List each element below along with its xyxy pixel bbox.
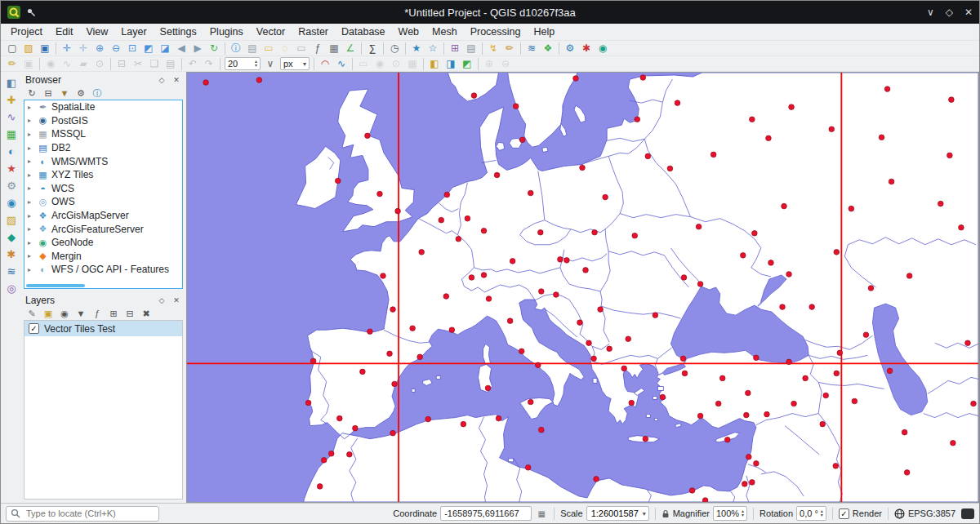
extents-toggle-icon[interactable]: ▦ [535, 508, 548, 519]
scale-combo-arrow-icon[interactable]: ▾ [643, 510, 646, 517]
layers-close-button[interactable]: ✕ [172, 296, 181, 304]
layer-styling-icon[interactable]: ◩ [459, 57, 475, 71]
refresh-map-icon[interactable]: ↻ [206, 42, 222, 56]
crs-globe-icon[interactable] [894, 508, 905, 519]
help-contents-icon[interactable]: ◉ [595, 42, 611, 56]
statistical-summary-icon[interactable]: ∑ [364, 42, 381, 56]
digitizing-value-spinner[interactable]: 20▴▾ [225, 57, 261, 70]
expand-arrow-icon[interactable]: ▸ [28, 131, 34, 138]
menu-layer[interactable]: Layer [114, 24, 153, 39]
expand-arrow-icon[interactable]: ▸ [28, 212, 34, 220]
enable-snapping-icon[interactable]: ◠ [317, 57, 333, 71]
filter-by-expression-icon[interactable]: ƒ [91, 308, 104, 319]
processing-history-icon[interactable]: ✱ [578, 42, 595, 56]
rotation-spinner[interactable]: 0,0 ° ▴▾ [796, 506, 826, 521]
run-feature-action-icon[interactable]: ▤ [244, 42, 261, 56]
browser-collapse-all-icon[interactable]: ⊟ [42, 87, 55, 99]
menu-edit[interactable]: Edit [49, 24, 80, 39]
filter-legend-icon[interactable]: ▼ [74, 308, 87, 319]
layers-float-button[interactable]: ◇ [157, 296, 167, 304]
pan-to-selection-icon[interactable]: ✛ [75, 42, 91, 56]
map-canvas[interactable] [186, 72, 979, 503]
copy-features-icon[interactable]: ❏ [146, 57, 163, 71]
scale-input[interactable] [590, 508, 640, 519]
python-console-icon[interactable]: ≋ [523, 42, 540, 56]
redo-icon[interactable]: ↷ [201, 57, 217, 71]
add-wfs-layer-icon[interactable]: ✱ [4, 246, 19, 261]
open-project-icon[interactable]: ▨ [20, 42, 37, 56]
expand-arrow-icon[interactable]: ▸ [28, 239, 34, 246]
processing-toolbox-icon[interactable]: ⚙ [562, 42, 578, 56]
add-arcgis-layer-icon[interactable]: ≋ [4, 264, 19, 278]
browser-item-xyz-tiles[interactable]: ▸▦XYZ Tiles [24, 168, 182, 182]
offset-curve-icon[interactable]: ⊖ [497, 57, 514, 71]
expand-arrow-icon[interactable]: ▸ [28, 104, 34, 111]
browser-help-icon[interactable]: ⓘ [91, 87, 104, 99]
browser-item-wcs[interactable]: ▸◓WCS [24, 182, 182, 196]
delete-selected-icon[interactable]: ⊟ [114, 57, 130, 71]
browser-item-arcgismapserver[interactable]: ▸❖ArcGisMapServer [24, 209, 182, 223]
close-button[interactable]: ✕ [964, 7, 973, 17]
temporal-controller-icon[interactable]: ◷ [386, 42, 403, 56]
browser-item-wms-wmts[interactable]: ▸◐WMS/WMTS [24, 154, 182, 168]
save-edits-icon[interactable]: ▣ [20, 57, 37, 71]
browser-hscrollbar[interactable] [26, 284, 85, 287]
menu-project[interactable]: Project [4, 24, 49, 39]
measure-line-icon[interactable]: ∠ [342, 42, 359, 56]
browser-item-geonode[interactable]: ▸◉GeoNode [24, 236, 182, 250]
zoom-in-icon[interactable]: ⊕ [91, 42, 108, 56]
expand-arrow-icon[interactable]: ▸ [28, 171, 34, 179]
select-by-expression-icon[interactable]: ƒ [310, 42, 326, 56]
menu-raster[interactable]: Raster [292, 24, 335, 39]
add-spatialite-layer-icon[interactable]: ▨ [4, 212, 19, 227]
add-delimited-text-icon[interactable]: ⚙ [4, 178, 19, 193]
new-project-icon[interactable]: ▢ [4, 42, 20, 56]
add-virtual-layer-icon[interactable]: ◆ [4, 229, 19, 244]
collapse-all-icon[interactable]: ⊟ [123, 308, 136, 319]
select-freehand-icon[interactable]: ◌ [277, 42, 293, 56]
browser-item-spatialite[interactable]: ▸✒SpatiaLite [24, 100, 182, 114]
spin-down-icon[interactable]: ▾ [821, 513, 823, 517]
manage-plugins-icon[interactable]: ❖ [540, 42, 556, 56]
expand-all-icon[interactable]: ⊞ [107, 308, 120, 319]
menu-database[interactable]: Database [335, 24, 392, 39]
menu-mesh[interactable]: Mesh [425, 24, 464, 39]
rotate-feature-icon[interactable]: ▦ [404, 57, 421, 71]
expand-arrow-icon[interactable]: ▸ [28, 144, 34, 152]
menu-web[interactable]: Web [392, 24, 425, 39]
spinner-arrows-icon[interactable]: ▴▾ [255, 60, 257, 68]
spin-down-icon[interactable]: ▾ [742, 513, 744, 517]
messages-icon[interactable] [961, 508, 974, 519]
expand-arrow-icon[interactable]: ▸ [28, 184, 34, 192]
add-line-feature-icon[interactable]: ∿ [59, 57, 75, 71]
add-group-icon[interactable]: ▣ [42, 308, 55, 319]
coordinate-input[interactable] [440, 506, 532, 521]
locate-input[interactable] [24, 508, 154, 519]
zoom-next-icon[interactable]: ▶ [189, 42, 206, 56]
minimize-button[interactable]: ∨ [927, 7, 934, 17]
layer-labeling-icon[interactable]: ◧ [426, 57, 443, 71]
menu-vector[interactable]: Vector [250, 24, 292, 39]
manage-map-themes-icon[interactable]: ◉ [58, 308, 71, 319]
add-vector-tile-layer-icon[interactable]: ◎ [4, 281, 19, 295]
add-polygon-feature-icon[interactable]: ▰ [75, 57, 91, 71]
browser-item-wfs-ogc-api-features[interactable]: ▸◐WFS / OGC API - Features [24, 263, 182, 277]
undo-icon[interactable]: ↶ [185, 57, 201, 71]
paste-features-icon[interactable]: ▤ [163, 57, 179, 71]
locate-box[interactable] [6, 506, 159, 522]
browser-item-mssql[interactable]: ▸▦MSSQL [24, 127, 182, 141]
layer-visibility-checkbox[interactable]: ✓ [29, 323, 39, 334]
select-rectangle-icon[interactable]: ▭ [261, 42, 277, 56]
menu-view[interactable]: View [79, 24, 114, 39]
menu-plugins[interactable]: Plugins [203, 24, 250, 39]
titlebar[interactable]: *Untitled Project - QGIS d10267f3aa ∨ ◇ … [1, 1, 979, 24]
expand-arrow-icon[interactable]: ▸ [28, 158, 34, 165]
expand-arrow-icon[interactable]: ▸ [28, 266, 34, 273]
browser-properties-icon[interactable]: ⚙ [74, 87, 87, 99]
merge-features-icon[interactable]: ⊙ [388, 57, 404, 71]
simplify-feature-icon[interactable]: ⊕ [481, 57, 497, 71]
map-tips-icon[interactable]: ↯ [485, 42, 501, 56]
add-vector-layer-icon[interactable]: ✚ [4, 92, 19, 107]
scale-combo[interactable]: ▾ [586, 506, 649, 521]
zoom-last-icon[interactable]: ◀ [173, 42, 189, 56]
